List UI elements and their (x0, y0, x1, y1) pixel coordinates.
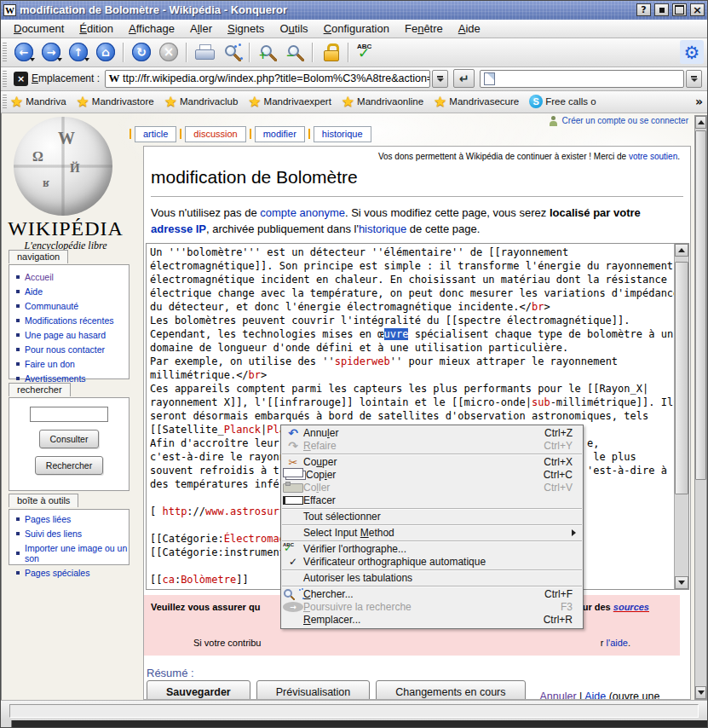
url-dropdown-button[interactable] (432, 70, 448, 88)
aide-link[interactable]: l'aide (607, 638, 628, 648)
cancel-link[interactable]: Annuler (540, 690, 577, 700)
toolbox-link-importer-une-image-ou-un-son[interactable]: Importer une image ou un son (9, 541, 129, 566)
donation-link[interactable]: votre soutien (629, 152, 677, 161)
context-menu-label: Refaire (303, 440, 337, 452)
context-copier[interactable]: CopierCtrl+C (281, 469, 583, 482)
tab-article[interactable]: article (135, 126, 176, 142)
context-autoriser-les-tabulations[interactable]: Autoriser les tabulations (281, 572, 583, 585)
forward-button[interactable] (38, 40, 64, 64)
security-lock-button[interactable] (318, 40, 343, 64)
nav-link-aide[interactable]: Aide (9, 285, 129, 299)
context-tout-selectionner[interactable]: Tout sélectionner (281, 511, 583, 523)
bookmark-free-calls-o[interactable]: SFree calls o (529, 95, 596, 108)
zoom-in-button[interactable] (255, 40, 280, 64)
bookmark-mandrivasecure[interactable]: ★Mandrivasecure (434, 95, 519, 109)
search-input[interactable] (30, 407, 108, 422)
sauvegarder-button[interactable]: Sauvegarder (147, 680, 250, 700)
editor-scroll-down-icon[interactable] (675, 576, 688, 589)
print-button[interactable] (192, 40, 217, 64)
bookmark-mandrivaclub[interactable]: ★Mandrivaclub (164, 95, 239, 109)
context-couper[interactable]: CouperCtrl+X (281, 456, 583, 469)
nav-link-modifications-recentes[interactable]: Modifications récentes (9, 314, 129, 328)
titlebar[interactable]: W modification de Bolomètre - Wikipédia … (1, 1, 707, 20)
login-link[interactable]: Créer un compte ou se connecter (549, 116, 688, 126)
menu-affichage[interactable]: Affichage (121, 20, 182, 37)
editor-scroll-up-icon[interactable] (675, 244, 688, 257)
toolbar-grip[interactable] (3, 43, 7, 62)
zoom-out-button[interactable] (282, 40, 308, 64)
toolbox-link-pages-speciales[interactable]: Pages spéciales (9, 566, 129, 581)
page-scrollbar[interactable] (694, 115, 707, 700)
intro-text: . Si vous modifiez cette page, vous sere… (345, 206, 550, 219)
nav-link-une-page-au-hasard[interactable]: Une page au hasard (9, 328, 129, 343)
reload-button[interactable] (129, 40, 154, 64)
tab-historique[interactable]: historique (314, 126, 371, 142)
intro-link[interactable]: historique (359, 222, 406, 235)
editor-scrollbar-thumb[interactable] (675, 262, 688, 494)
help-window-button[interactable] (636, 3, 651, 16)
toolbox-link-suivi-des-liens[interactable]: Suivi des liens (9, 527, 129, 541)
nav-link-faire-un-don[interactable]: Faire un don (9, 357, 129, 372)
bookmarks-overflow-chevron[interactable]: » (691, 95, 707, 108)
bullet-icon (16, 532, 20, 535)
login-label[interactable]: Créer un compte ou se connecter (562, 116, 688, 125)
context-select-input-method[interactable]: Select Input Method (281, 527, 583, 540)
back-button[interactable] (11, 40, 37, 64)
url-text[interactable]: ttp://fr.wikipedia.org/w/index.php?title… (123, 72, 429, 84)
menu-aide[interactable]: Aide (451, 20, 488, 37)
sources-link[interactable]: sources (613, 602, 649, 612)
menu-edition[interactable]: Édition (72, 20, 121, 37)
secondary-dropdown-button[interactable] (686, 70, 702, 88)
intro-link[interactable]: compte anonyme (260, 206, 345, 219)
help-link[interactable]: Aide (584, 690, 606, 700)
selected-text: uvre (384, 328, 409, 340)
url-combobox[interactable]: W ttp://fr.wikipedia.org/w/index.php?tit… (105, 70, 430, 88)
clear-location-icon[interactable]: × (14, 72, 28, 86)
page-scroll-down-icon[interactable] (695, 686, 706, 699)
bookmark-mandrivastore[interactable]: ★Mandrivastore (77, 95, 154, 109)
nav-link-pour-nous-contacter[interactable]: Pour nous contacter (9, 343, 129, 357)
menu-aller[interactable]: Aller (182, 20, 220, 37)
menu-configuration[interactable]: Configuration (316, 20, 397, 37)
rechercher-button[interactable]: Rechercher (35, 456, 103, 475)
wikipedia-wordmark[interactable]: WIKIPÉDIA (2, 217, 130, 240)
menu-signets[interactable]: Signets (220, 20, 272, 37)
up-button[interactable] (66, 40, 91, 64)
menu-document[interactable]: Document (6, 20, 72, 37)
secondary-combobox[interactable] (480, 70, 684, 88)
menu-fenetre[interactable]: Fenêtre (397, 20, 451, 37)
close-button[interactable] (690, 3, 705, 16)
changements-en-cours-button[interactable]: Changements en cours (376, 680, 525, 700)
minimize-button[interactable] (654, 3, 669, 16)
context-verifier-l-orthographe[interactable]: Vérifier l'orthographe... (281, 543, 583, 556)
find-button[interactable] (219, 40, 245, 64)
context-annuler[interactable]: AnnulerCtrl+Z (281, 427, 583, 440)
context-verificateur-orthographique-automatique[interactable]: Vérificateur orthographique automatique (281, 556, 583, 569)
bookmark-mandrivaexpert[interactable]: ★Mandrivaexpert (248, 95, 331, 109)
intro-link[interactable]: adresse IP (151, 222, 206, 235)
menu-outils[interactable]: Outils (272, 20, 315, 37)
bookmark-mandrivaonline[interactable]: ★Mandrivaonline (342, 95, 423, 109)
context-effacer[interactable]: Effacer (281, 494, 583, 507)
editor-scrollbar[interactable] (674, 244, 688, 589)
previsualisation-button[interactable]: Prévisualisation (256, 680, 371, 700)
spellcheck-button[interactable] (354, 40, 379, 64)
context-remplacer[interactable]: Remplacer...Ctrl+R (281, 614, 583, 627)
wikipedia-globe-logo[interactable]: W Ω Й ʁ (14, 117, 112, 216)
toolbox-link-pages-liees[interactable]: Pages liées (9, 512, 129, 527)
nav-link-communaute[interactable]: Communauté (9, 299, 129, 314)
home-button[interactable] (93, 40, 118, 64)
context-chercher[interactable]: Chercher...Ctrl+F (281, 588, 583, 601)
bookmarks-toolbar-grip[interactable] (3, 95, 7, 109)
bookmark-mandriva[interactable]: ★Mandriva (10, 95, 66, 109)
tab-discussion[interactable]: discussion (185, 126, 245, 142)
go-button[interactable] (453, 69, 475, 88)
page-scroll-up-icon[interactable] (695, 116, 706, 129)
nav-link-accueil[interactable]: Accueil (9, 270, 129, 285)
page-scrollbar-thumb[interactable] (695, 130, 706, 480)
resize-grip[interactable] (1, 720, 12, 727)
tab-modifier[interactable]: modifier (255, 126, 305, 142)
maximize-button[interactable] (672, 3, 687, 16)
consulter-button[interactable]: Consulter (39, 430, 100, 448)
location-toolbar-grip[interactable] (3, 71, 7, 87)
